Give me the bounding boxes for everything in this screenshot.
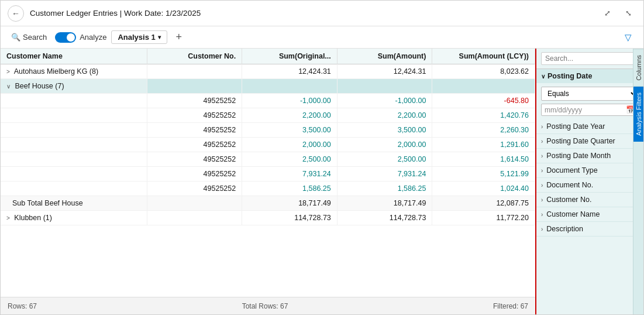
col-customer-name[interactable]: Customer Name	[1, 49, 147, 64]
row-label[interactable]: ∨ Beef House (7)	[1, 79, 147, 94]
chevron-right-icon: ›	[541, 182, 543, 189]
filter-item-label: Posting Date Year	[546, 122, 605, 131]
header: ← Customer Ledger Entries | Work Date: 1…	[1, 1, 643, 26]
filter-search-input[interactable]	[541, 52, 639, 65]
row-label[interactable]: > Autohaus Mielberg KG (8)	[1, 64, 147, 79]
chevron-right-icon: ›	[541, 153, 543, 159]
row-sum-lcy: 1,024.40	[432, 182, 535, 196]
row-label	[1, 167, 147, 182]
col-customer-no[interactable]: Customer No.	[147, 49, 242, 64]
filter-item-label: Posting Date Month	[546, 152, 611, 160]
chevron-right-icon: ›	[541, 167, 543, 174]
row-sum-original: 2,000.00	[242, 138, 338, 152]
row-customer-no	[147, 79, 242, 94]
filter-item[interactable]: ›Posting Date Year	[536, 119, 643, 134]
expand-icon: >	[6, 215, 10, 221]
row-label	[1, 123, 147, 138]
col-sum-original[interactable]: Sum(Original...	[242, 49, 338, 64]
row-sum-amount: 18,717.49	[337, 196, 432, 211]
filter-item[interactable]: ›Description	[536, 222, 643, 237]
row-sum-amount: 2,000.00	[337, 138, 432, 152]
table-row: > Klubben (1) 114,728.73 114,728.73 11,7…	[1, 211, 535, 225]
filter-item[interactable]: ›Document Type	[536, 163, 643, 178]
posting-date-operator[interactable]: Equals	[541, 87, 639, 101]
row-sum-amount: -1,000.00	[337, 94, 432, 108]
row-customer-no: 49525252	[147, 182, 242, 196]
filter-button[interactable]: ▽	[620, 29, 636, 46]
row-sum-amount: 114,728.73	[337, 211, 432, 225]
row-label	[1, 108, 147, 123]
ledger-table: Customer Name Customer No. Sum(Original.…	[1, 49, 535, 225]
analysis-tab[interactable]: Analysis 1 ▾	[111, 30, 167, 44]
chevron-down-icon: ▾	[158, 34, 161, 40]
date-placeholder: mm/dd/yyyy	[545, 106, 582, 114]
row-label[interactable]: > Klubben (1)	[1, 211, 147, 225]
filter-item[interactable]: ›Customer No.	[536, 193, 643, 207]
search-icon: 🔍	[11, 33, 20, 42]
row-sum-lcy: 11,772.20	[432, 211, 535, 225]
row-sum-lcy: 12,087.75	[432, 196, 535, 211]
filter-item-label: Customer No.	[546, 196, 591, 204]
page-title: Customer Ledger Entries | Work Date: 1/2…	[30, 9, 593, 18]
analysis-tab-label: Analysis 1	[118, 33, 155, 42]
table-wrapper[interactable]: Customer Name Customer No. Sum(Original.…	[1, 49, 535, 297]
row-sum-original: 12,424.31	[242, 64, 338, 79]
total-rows: Total Rows: 67	[242, 302, 288, 310]
row-customer-no: 49525252	[147, 138, 242, 152]
header-icons: ⤢ ⤡	[599, 5, 636, 22]
rows-count: Rows: 67	[8, 302, 37, 310]
toggle-track[interactable]	[55, 32, 76, 43]
table-row: 49525252 2,000.00 2,000.00 1,291.60	[1, 138, 535, 152]
row-sum-lcy: 5,121.99	[432, 167, 535, 182]
search-label: Search	[23, 33, 47, 42]
col-sum-amount-lcy[interactable]: Sum(Amount (LCY))	[432, 49, 535, 64]
row-label	[1, 152, 147, 167]
right-panel: ∨ Posting Date Equals mm/dd/yyyy 📅	[535, 49, 643, 314]
expand-button[interactable]: ⤢	[599, 5, 615, 22]
collapse-icon: ∨	[6, 83, 11, 90]
back-button[interactable]: ←	[8, 5, 24, 22]
date-input-row[interactable]: mm/dd/yyyy 📅	[541, 104, 639, 116]
search-button[interactable]: 🔍 Search	[8, 31, 50, 43]
filter-item[interactable]: ›Customer Name	[536, 207, 643, 222]
row-label	[1, 94, 147, 108]
filter-item-label: Posting Date Quarter	[546, 137, 615, 145]
filter-items-list: ›Posting Date Year›Posting Date Quarter›…	[536, 119, 643, 237]
row-sum-lcy: 1,291.60	[432, 138, 535, 152]
add-analysis-button[interactable]: +	[172, 30, 186, 44]
table-row: > Autohaus Mielberg KG (8) 12,424.31 12,…	[1, 64, 535, 79]
row-sum-amount: 2,200.00	[337, 108, 432, 123]
row-sum-original: -1,000.00	[242, 94, 338, 108]
back-icon: ←	[12, 9, 20, 18]
table-header-row: Customer Name Customer No. Sum(Original.…	[1, 49, 535, 64]
row-sum-amount: 3,500.00	[337, 123, 432, 138]
analyze-toggle[interactable]: Analyze	[55, 32, 106, 43]
expand-icon: ⤢	[604, 9, 611, 18]
row-customer-no: 49525252	[147, 123, 242, 138]
side-tabs: Columns Analysis Filters	[633, 49, 643, 314]
filter-panel[interactable]: ∨ Posting Date Equals mm/dd/yyyy 📅	[536, 49, 643, 314]
row-sum-amount: 12,424.31	[337, 64, 432, 79]
row-sum-amount: 2,500.00	[337, 152, 432, 167]
row-customer-no	[147, 196, 242, 211]
table-row: ∨ Beef House (7)	[1, 79, 535, 94]
filter-icon: ▽	[625, 32, 632, 43]
main-content: Customer Name Customer No. Sum(Original.…	[1, 49, 643, 314]
columns-tab[interactable]: Columns	[633, 49, 643, 86]
minimize-button[interactable]: ⤡	[620, 5, 636, 22]
table-row: 49525252 1,586.25 1,586.25 1,024.40	[1, 182, 535, 196]
chevron-right-icon: ›	[541, 124, 543, 130]
chevron-right-icon: ›	[541, 226, 543, 232]
row-sum-original: 2,500.00	[242, 152, 338, 167]
row-customer-no: 49525252	[147, 152, 242, 167]
filter-item[interactable]: ›Posting Date Month	[536, 149, 643, 163]
row-sum-lcy: 1,614.50	[432, 152, 535, 167]
row-sum-original: 7,931.24	[242, 167, 338, 182]
row-label	[1, 138, 147, 152]
row-customer-no: 49525252	[147, 167, 242, 182]
filter-item[interactable]: ›Document No.	[536, 178, 643, 193]
posting-date-header[interactable]: ∨ Posting Date	[536, 69, 643, 83]
filter-item[interactable]: ›Posting Date Quarter	[536, 134, 643, 149]
col-sum-amount[interactable]: Sum(Amount)	[337, 49, 432, 64]
analysis-filters-tab[interactable]: Analysis Filters	[633, 86, 643, 142]
